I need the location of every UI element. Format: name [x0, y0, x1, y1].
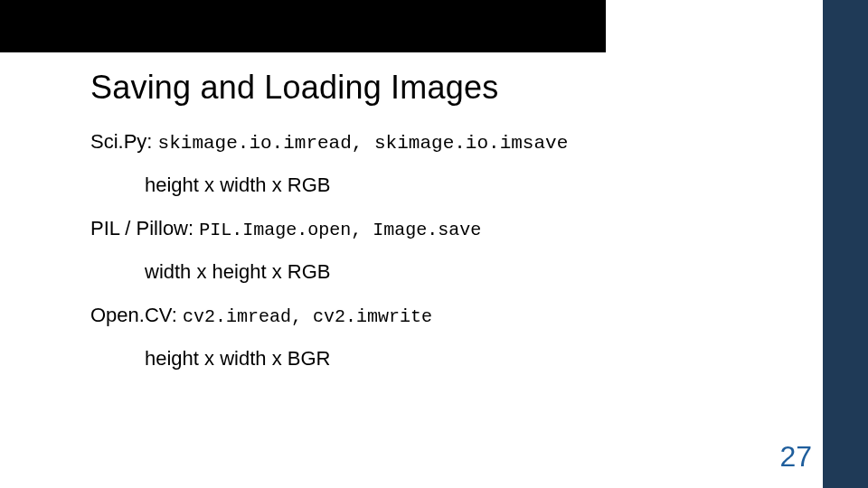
opencv-line: Open.CV: cv2.imread, cv2.imwrite — [90, 304, 796, 327]
title-bar — [0, 0, 606, 52]
pil-code: PIL.Image.open, Image.save — [199, 220, 481, 240]
scipy-code: skimage.io.imread, skimage.io.imsave — [158, 133, 569, 154]
slide-content: Saving and Loading Images Sci.Py: skimag… — [90, 69, 796, 390]
pil-line: PIL / Pillow: PIL.Image.open, Image.save — [90, 217, 796, 240]
scipy-label: Sci.Py: — [90, 130, 158, 153]
pil-label: PIL / Pillow: — [90, 217, 199, 239]
pil-dim: width x height x RGB — [90, 260, 796, 284]
scipy-dim: height x width x RGB — [90, 174, 796, 197]
page-number: 27 — [779, 440, 812, 474]
side-bar — [823, 0, 868, 488]
scipy-line: Sci.Py: skimage.io.imread, skimage.io.im… — [90, 130, 796, 154]
opencv-dim: height x width x BGR — [90, 347, 796, 371]
opencv-label: Open.CV: — [90, 304, 183, 326]
slide-title: Saving and Loading Images — [90, 69, 796, 107]
opencv-code: cv2.imread, cv2.imwrite — [183, 306, 432, 327]
